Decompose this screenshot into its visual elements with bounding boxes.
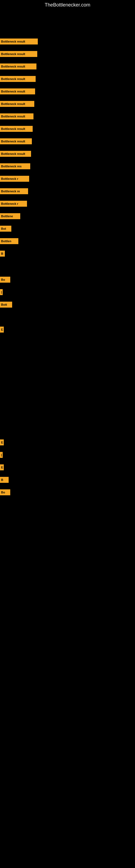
bottleneck-label: Bottleneck result xyxy=(1,52,25,56)
bottleneck-bar: Bottlen xyxy=(0,238,18,244)
bottleneck-bar: E xyxy=(0,327,4,333)
bottleneck-label: Bottleneck r xyxy=(1,202,18,205)
bottleneck-label: Bottleneck r xyxy=(1,177,18,180)
bottleneck-label: | xyxy=(1,453,2,457)
bottleneck-bar: B xyxy=(0,477,9,483)
bottleneck-bar: B xyxy=(0,251,5,257)
bottleneck-bar: E xyxy=(0,464,4,470)
bottleneck-bar: Bottleneck r xyxy=(0,201,27,207)
bottleneck-bar: Bottleneck result xyxy=(0,76,36,82)
bottleneck-label: Bottleneck res xyxy=(1,165,21,168)
bottleneck-label: Bottleneck result xyxy=(1,102,25,105)
bottleneck-bar: E xyxy=(0,439,4,445)
bottleneck-bar: Bottleneck result xyxy=(0,38,38,44)
bottleneck-bar: Bottleneck result xyxy=(0,113,34,119)
bottleneck-label: | xyxy=(1,290,2,294)
bottleneck-label: B xyxy=(1,478,3,482)
bottleneck-label: E xyxy=(1,328,3,331)
bottleneck-label: Bottlen xyxy=(1,240,11,243)
bottleneck-bar: Bottleneck res xyxy=(0,163,30,169)
bottleneck-label: Bottleneck result xyxy=(1,140,25,143)
bottleneck-label: E xyxy=(1,466,3,469)
bottleneck-label: Bottlene xyxy=(1,215,13,218)
bottleneck-bar: Bot xyxy=(0,226,11,231)
bottleneck-bar: Bo xyxy=(0,277,10,283)
bottleneck-bar: Bottleneck re xyxy=(0,188,28,194)
bottleneck-label: Bottleneck result xyxy=(1,65,25,68)
bottleneck-label: E xyxy=(1,441,3,444)
bottleneck-bar: Bottleneck result xyxy=(0,151,31,157)
bottleneck-label: B xyxy=(1,252,3,255)
bottleneck-label: Bottleneck result xyxy=(1,115,25,118)
bottleneck-bar: Bottleneck r xyxy=(0,176,29,182)
site-title: TheBottlenecker.com xyxy=(0,0,135,10)
bottleneck-label: Bottleneck result xyxy=(1,127,25,130)
bottleneck-bar: Bottleneck result xyxy=(0,138,32,144)
bottleneck-label: Bo xyxy=(1,491,5,494)
bottleneck-bar: Bottlene xyxy=(0,213,20,219)
bottleneck-bar: Bo xyxy=(0,489,10,495)
bottleneck-label: Bo xyxy=(1,278,5,281)
bottleneck-bar: Bottleneck result xyxy=(0,88,35,94)
bottleneck-label: Bottleneck re xyxy=(1,190,20,193)
bottleneck-bar: Bottleneck result xyxy=(0,126,33,132)
bottleneck-label: Bottleneck result xyxy=(1,90,25,93)
bottleneck-bar: Bott xyxy=(0,302,12,308)
bottleneck-bar: Bottleneck result xyxy=(0,101,34,107)
bottleneck-bar: | xyxy=(0,452,3,458)
bottleneck-bar: | xyxy=(0,289,3,295)
bottleneck-bar: Bottleneck result xyxy=(0,63,37,69)
bottleneck-label: Bottleneck result xyxy=(1,152,25,155)
bottleneck-bar: Bottleneck result xyxy=(0,51,37,57)
bottleneck-label: Bottleneck result xyxy=(1,77,25,81)
bottleneck-label: Bot xyxy=(1,227,6,230)
bottleneck-label: Bottleneck result xyxy=(1,40,25,43)
bottleneck-label: Bott xyxy=(1,303,7,306)
